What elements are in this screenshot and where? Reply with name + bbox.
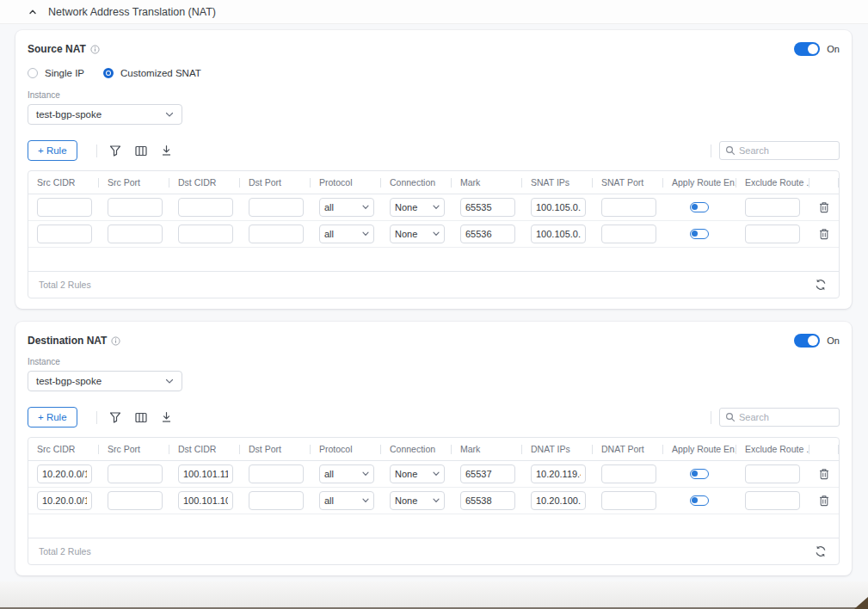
dst-port-input[interactable]: [249, 198, 304, 217]
refresh-icon[interactable]: [813, 544, 828, 559]
mark-input[interactable]: [460, 198, 515, 217]
collapse-chevron-up-icon[interactable]: [28, 4, 37, 20]
src-cidr-input[interactable]: [37, 225, 92, 243]
nat-ips-input[interactable]: [531, 198, 586, 217]
search-input[interactable]: [719, 141, 840, 160]
exclude-route-input[interactable]: [745, 464, 800, 483]
source-nat-enable-toggle[interactable]: [794, 42, 820, 56]
cell-src-cidr: [28, 198, 99, 217]
cell-connection: None: [381, 464, 452, 483]
filter-icon[interactable]: [109, 145, 121, 157]
nat-port-input[interactable]: [601, 464, 656, 483]
radio-selected-icon: [103, 68, 114, 78]
cell-connection: None: [381, 491, 452, 510]
exclude-route-input[interactable]: [745, 198, 800, 217]
mark-input[interactable]: [460, 491, 515, 510]
download-icon[interactable]: [161, 411, 172, 423]
cell-dst-cidr: [169, 198, 240, 217]
dst-cidr-input[interactable]: [178, 198, 233, 217]
delete-rule-button[interactable]: [817, 200, 831, 215]
dst-port-input[interactable]: [249, 225, 304, 243]
dst-cidr-input[interactable]: [178, 491, 233, 510]
column-header-protocol: Protocol: [311, 177, 381, 188]
section-header[interactable]: Network Address Translation (NAT): [0, 0, 868, 24]
protocol-select-value: all: [324, 469, 362, 479]
toggle-state-label: On: [827, 335, 840, 346]
protocol-select[interactable]: all: [319, 464, 374, 483]
cell-dst-cidr: [169, 464, 240, 483]
nat-ips-input[interactable]: [531, 225, 586, 243]
apply-route-toggle[interactable]: [690, 202, 709, 212]
nat-ips-input[interactable]: [531, 491, 586, 510]
delete-rule-button[interactable]: [817, 466, 831, 482]
cell-protocol: all: [311, 464, 381, 483]
src-port-input[interactable]: [108, 198, 163, 217]
page-content: Source NAT On Single IPCustomized SNAT I…: [0, 24, 868, 575]
table-header-row: Src CIDRSrc PortDst CIDRDst PortProtocol…: [28, 438, 839, 461]
instance-select[interactable]: test-bgp-spoke: [28, 371, 182, 391]
apply-route-toggle[interactable]: [690, 229, 709, 239]
nat-ips-input[interactable]: [531, 464, 586, 483]
radio-option[interactable]: Customized SNAT: [103, 68, 201, 78]
connection-select-value: None: [395, 229, 433, 239]
connection-select[interactable]: None: [390, 198, 445, 217]
total-rules-label: Total 2 Rules: [39, 546, 91, 557]
connection-select-value: None: [395, 202, 433, 212]
instance-select-value: test-bgp-spoke: [36, 109, 165, 120]
destination-nat-title: Destination NAT: [28, 335, 107, 347]
cell-protocol: all: [311, 198, 381, 217]
cell-dst-cidr: [169, 225, 240, 243]
delete-rule-button[interactable]: [817, 226, 831, 242]
dst-cidr-input[interactable]: [178, 225, 233, 243]
add-rule-button[interactable]: + Rule: [28, 407, 77, 428]
nat-port-input[interactable]: [601, 225, 656, 243]
radio-label: Customized SNAT: [120, 68, 201, 78]
nat-port-input[interactable]: [601, 491, 656, 510]
radio-label: Single IP: [45, 68, 84, 78]
table-empty-area: [28, 514, 839, 538]
delete-rule-button[interactable]: [817, 493, 831, 508]
search-box: [719, 408, 840, 427]
cell-src-cidr: [28, 464, 99, 483]
search-divider: [711, 145, 711, 157]
connection-select[interactable]: None: [390, 225, 445, 243]
protocol-select[interactable]: all: [319, 198, 374, 217]
table-row: allNone: [28, 221, 839, 248]
src-cidr-input[interactable]: [37, 198, 92, 217]
filter-icon[interactable]: [109, 411, 121, 423]
src-cidr-input[interactable]: [37, 464, 92, 483]
dst-cidr-input[interactable]: [178, 464, 233, 483]
radio-option[interactable]: Single IP: [28, 68, 84, 78]
columns-icon[interactable]: [135, 412, 147, 423]
src-cidr-input[interactable]: [37, 491, 92, 510]
apply-route-toggle[interactable]: [690, 469, 709, 479]
protocol-select[interactable]: all: [319, 225, 374, 243]
column-header-exclude-route: Exclude Route ...: [736, 444, 810, 455]
download-icon[interactable]: [161, 145, 172, 157]
add-rule-button[interactable]: + Rule: [28, 140, 77, 161]
cell-apply-route-enabled: [663, 495, 736, 506]
mark-input[interactable]: [460, 225, 515, 243]
protocol-select[interactable]: all: [319, 491, 374, 510]
src-port-input[interactable]: [108, 464, 163, 483]
nat-port-input[interactable]: [601, 198, 656, 217]
column-header-src-cidr: Src CIDR: [28, 444, 99, 455]
exclude-route-input[interactable]: [745, 225, 800, 243]
instance-select[interactable]: test-bgp-spoke: [28, 104, 182, 125]
instance-label: Instance: [28, 90, 840, 100]
apply-route-toggle[interactable]: [690, 495, 709, 506]
exclude-route-input[interactable]: [745, 491, 800, 510]
destination-nat-enable-toggle[interactable]: [794, 334, 820, 348]
mark-input[interactable]: [460, 464, 515, 483]
src-port-input[interactable]: [108, 491, 163, 510]
connection-select[interactable]: None: [390, 491, 445, 510]
dst-port-input[interactable]: [249, 491, 304, 510]
dst-port-input[interactable]: [249, 464, 304, 483]
search-input[interactable]: [719, 408, 840, 427]
columns-icon[interactable]: [135, 145, 147, 157]
cell-mark: [452, 464, 522, 483]
refresh-icon[interactable]: [813, 277, 828, 292]
src-port-input[interactable]: [108, 225, 163, 243]
connection-select[interactable]: None: [390, 464, 445, 483]
connection-select-value: None: [395, 495, 433, 506]
